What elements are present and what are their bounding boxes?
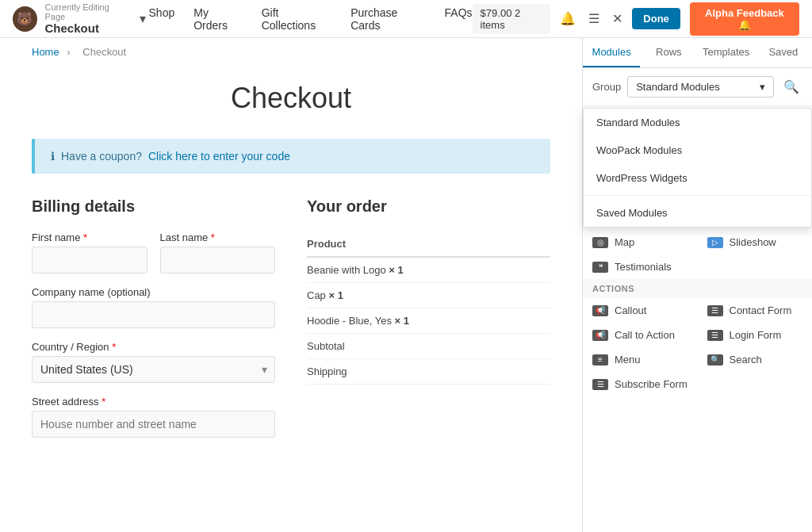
first-name-label: First name * bbox=[32, 232, 147, 243]
nav-my-orders[interactable]: My Orders bbox=[193, 6, 242, 32]
coupon-link[interactable]: Click here to enter your code bbox=[148, 150, 290, 163]
site-logo: 🐻 bbox=[13, 6, 37, 32]
module-menu[interactable]: ≡ Menu bbox=[583, 347, 698, 372]
panel-tabs: Modules Rows Templates Saved bbox=[583, 38, 812, 68]
first-name-input[interactable] bbox=[32, 247, 147, 274]
search-module-icon: 🔍 bbox=[707, 354, 723, 366]
breadcrumb-separator: › bbox=[67, 46, 70, 58]
module-testimonials-label: Testimonials bbox=[615, 261, 672, 273]
shipping-label: Shipping bbox=[307, 359, 550, 385]
table-row: Hoodie - Blue, Yes × 1 bbox=[307, 308, 550, 334]
close-icon[interactable]: ✕ bbox=[609, 8, 626, 29]
group-selected-text: Standard Modules bbox=[636, 81, 720, 93]
module-map-label: Map bbox=[615, 236, 634, 248]
item-name-1: Beanie with Logo × 1 bbox=[307, 257, 550, 283]
subscribe-form-icon: ☰ bbox=[592, 379, 608, 390]
group-label: Group bbox=[592, 81, 621, 93]
bell-icon[interactable]: 🔔 bbox=[557, 8, 579, 29]
module-contact-form[interactable]: ☰ Contact Form bbox=[698, 298, 813, 323]
login-form-icon: ☰ bbox=[707, 330, 723, 341]
module-search-label: Search bbox=[730, 354, 762, 366]
module-subscribe-form[interactable]: ☰ Subscribe Form bbox=[583, 372, 698, 396]
street-field: Street address * bbox=[32, 396, 275, 438]
billing-section: Billing details First name * Last name *… bbox=[32, 197, 275, 450]
last-name-input[interactable] bbox=[160, 247, 276, 274]
right-panel: Modules Rows Templates Saved Group Stand… bbox=[582, 38, 812, 532]
done-button[interactable]: Done bbox=[632, 8, 680, 29]
table-row: Subtotal bbox=[307, 334, 550, 359]
table-row: Beanie with Logo × 1 bbox=[307, 257, 550, 283]
subtotal-label: Subtotal bbox=[307, 334, 550, 359]
testimonials-icon: ❝ bbox=[592, 262, 608, 273]
dropdown-chevron-btn[interactable]: ▾ bbox=[136, 8, 149, 29]
module-login-form-label: Login Form bbox=[730, 329, 782, 341]
company-field: Company name (optional) bbox=[32, 286, 275, 328]
module-search[interactable]: 🔍 Search bbox=[698, 347, 813, 372]
top-nav: Shop My Orders Gift Collections Purchase… bbox=[149, 6, 473, 32]
country-field: Country / Region * United States (US) bbox=[32, 341, 275, 383]
nav-purchase-cards[interactable]: Purchase Cards bbox=[350, 6, 425, 32]
main-layout: Home › Checkout Checkout ℹ Have a coupon… bbox=[0, 38, 812, 532]
group-select-button[interactable]: Standard Modules ▾ bbox=[627, 76, 774, 98]
tab-saved[interactable]: Saved bbox=[755, 38, 812, 67]
first-name-field: First name * bbox=[32, 232, 147, 274]
checkout-wrapper: Checkout ℹ Have a coupon? Click here to … bbox=[0, 82, 582, 482]
module-callout-label: Callout bbox=[615, 304, 646, 316]
alpha-feedback-button[interactable]: Alpha Feedback 🔔 bbox=[690, 2, 799, 36]
dropdown-item-wordpress-widgets[interactable]: WordPress Widgets bbox=[584, 164, 811, 192]
checkout-grid: Billing details First name * Last name *… bbox=[32, 197, 550, 450]
module-map[interactable]: ◎ Map bbox=[583, 230, 698, 255]
company-label: Company name (optional) bbox=[32, 286, 275, 298]
module-callout[interactable]: 📢 Callout bbox=[583, 298, 698, 323]
dropdown-item-saved-modules[interactable]: Saved Modules bbox=[584, 199, 811, 227]
group-dropdown: Standard Modules WooPack Modules WordPre… bbox=[583, 108, 812, 228]
last-name-field: Last name * bbox=[160, 232, 276, 274]
module-call-to-action-label: Call to Action bbox=[615, 329, 675, 341]
callout-icon: 📢 bbox=[592, 305, 608, 316]
cart-info: $79.00 2 items bbox=[473, 4, 551, 34]
module-testimonials[interactable]: ❝ Testimonials bbox=[583, 255, 698, 279]
dropdown-item-woopack-modules[interactable]: WooPack Modules bbox=[584, 136, 811, 164]
map-icon: ◎ bbox=[592, 237, 608, 248]
order-title: Your order bbox=[307, 197, 550, 216]
tab-modules[interactable]: Modules bbox=[583, 38, 640, 67]
group-selector: Group Standard Modules ▾ 🔍 Standard Modu… bbox=[583, 68, 812, 106]
nav-gift-collections[interactable]: Gift Collections bbox=[262, 6, 332, 32]
module-login-form[interactable]: ☰ Login Form bbox=[698, 323, 813, 347]
tab-templates[interactable]: Templates bbox=[698, 38, 755, 67]
breadcrumb: Home › Checkout bbox=[0, 38, 582, 66]
name-row: First name * Last name * bbox=[32, 232, 275, 286]
site-info: Currently Editing Page Checkout bbox=[45, 2, 128, 35]
actions-section-title: Actions bbox=[583, 279, 812, 298]
search-icon-btn[interactable]: 🔍 bbox=[780, 76, 802, 98]
dropdown-item-standard-modules[interactable]: Standard Modules bbox=[584, 109, 811, 136]
breadcrumb-home[interactable]: Home bbox=[32, 46, 59, 58]
info-icon: ℹ bbox=[51, 150, 55, 163]
nav-faqs[interactable]: FAQs bbox=[445, 6, 473, 32]
nav-shop[interactable]: Shop bbox=[149, 6, 175, 32]
top-bar-left: 🐻 Currently Editing Page Checkout ▾ bbox=[13, 2, 149, 35]
module-slideshow-label: Slideshow bbox=[730, 236, 776, 248]
module-subscribe-form-label: Subscribe Form bbox=[615, 378, 688, 390]
item-name-3: Hoodie - Blue, Yes × 1 bbox=[307, 308, 550, 334]
coupon-text: Have a coupon? bbox=[61, 150, 142, 163]
table-row: Cap × 1 bbox=[307, 283, 550, 308]
checkout-title: Checkout bbox=[32, 82, 550, 115]
company-input[interactable] bbox=[32, 301, 275, 328]
street-label: Street address * bbox=[32, 396, 275, 408]
module-menu-label: Menu bbox=[615, 354, 641, 366]
country-label: Country / Region * bbox=[32, 341, 275, 353]
module-slideshow[interactable]: ▷ Slideshow bbox=[698, 230, 813, 255]
menu-icon: ≡ bbox=[592, 354, 608, 366]
last-name-label: Last name * bbox=[160, 232, 276, 243]
module-call-to-action[interactable]: 📢 Call to Action bbox=[583, 323, 698, 347]
item-name-2: Cap × 1 bbox=[307, 283, 550, 308]
coupon-bar: ℹ Have a coupon? Click here to enter you… bbox=[32, 139, 550, 174]
tab-rows[interactable]: Rows bbox=[640, 38, 697, 67]
call-to-action-icon: 📢 bbox=[592, 330, 608, 341]
page-content: Home › Checkout Checkout ℹ Have a coupon… bbox=[0, 38, 582, 532]
module-contact-form-label: Contact Form bbox=[730, 304, 792, 316]
list-icon[interactable]: ☰ bbox=[585, 8, 603, 29]
country-select[interactable]: United States (US) bbox=[32, 356, 275, 383]
street-input[interactable] bbox=[32, 411, 275, 438]
